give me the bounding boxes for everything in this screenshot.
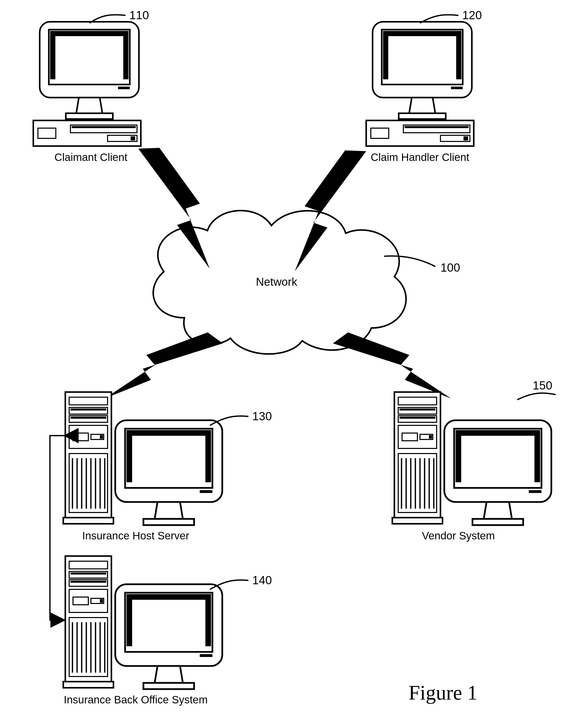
network-ref: 100: [440, 261, 460, 274]
vendor-leader: [517, 393, 556, 400]
backoffice-monitor: [115, 584, 222, 689]
handler-monitor: [373, 22, 472, 119]
host-tower: [63, 392, 113, 524]
claimant-ref: 110: [129, 8, 149, 22]
handler-tower: [366, 121, 474, 146]
claimant-label: Claimant Client: [55, 151, 128, 163]
host-monitor: [115, 420, 222, 525]
network-label: Network: [256, 276, 297, 288]
host-ref: 130: [252, 410, 272, 423]
figure-caption: Figure 1: [409, 681, 477, 704]
handler-label: Claim Handler Client: [370, 151, 469, 163]
host-backoffice-link: [50, 436, 64, 620]
backoffice-tower: [63, 556, 113, 688]
handler-ref: 120: [462, 8, 482, 22]
vendor-tower: [392, 392, 442, 524]
host-label: Insurance Host Server: [82, 530, 189, 542]
vendor-label: Vendor System: [422, 530, 495, 542]
claimant-monitor: [40, 22, 139, 119]
claimant-tower: [33, 121, 141, 146]
backoffice-label: Insurance Back Office System: [64, 694, 208, 706]
backoffice-ref: 140: [252, 573, 272, 587]
vendor-monitor: [444, 420, 551, 525]
vendor-ref: 150: [533, 379, 552, 392]
